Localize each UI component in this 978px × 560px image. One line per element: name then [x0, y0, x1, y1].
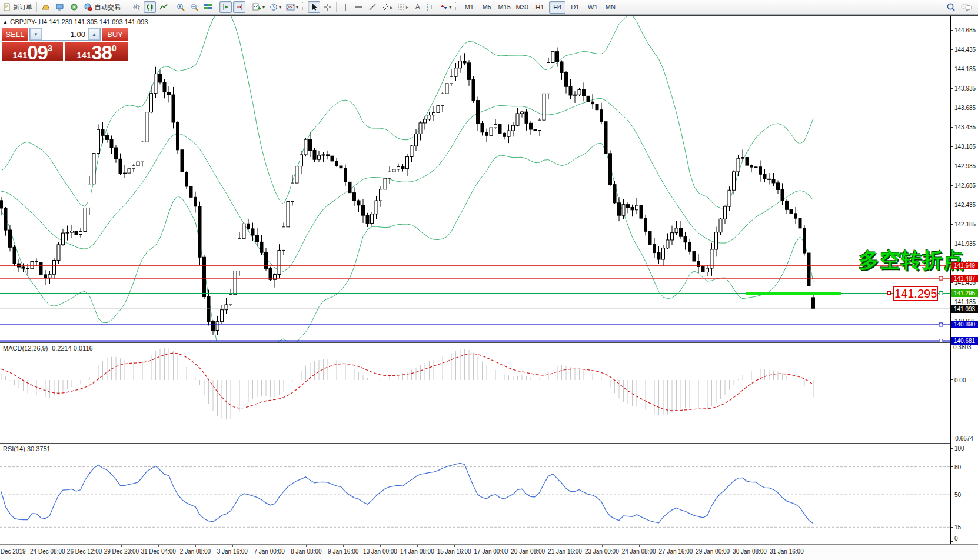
trendline-tool[interactable] — [366, 1, 378, 13]
chart-shift-button[interactable] — [219, 1, 232, 13]
price-axis-tick — [951, 224, 953, 225]
add-indicator-icon — [252, 3, 261, 11]
callout-handle[interactable] — [887, 291, 891, 295]
horizontal-line-icon — [355, 3, 363, 11]
candlestick-chart-button[interactable] — [144, 1, 156, 13]
toolbar-separator — [336, 2, 337, 12]
cursor-button[interactable] — [308, 1, 320, 13]
auto-trading-label: 自动交易 — [95, 3, 121, 12]
fibonacci-tool[interactable]: F — [395, 1, 410, 13]
horizontal-line-tool[interactable] — [352, 1, 365, 13]
price-axis-tick-label: 141.935 — [954, 241, 976, 247]
auto-scroll-icon — [235, 3, 244, 11]
rsi-scale-label: 50 — [954, 492, 961, 498]
text-label-tool[interactable]: T — [425, 1, 437, 13]
bar-chart-icon — [132, 3, 141, 11]
time-axis-tick — [380, 545, 381, 547]
tab-timeframe-d1[interactable]: D1 — [567, 1, 583, 14]
sell-price-sup: 3 — [48, 44, 52, 52]
rsi-scale-label: 100 — [954, 445, 964, 452]
tab-timeframe-w1[interactable]: W1 — [584, 1, 601, 14]
time-axis-tick — [195, 545, 196, 547]
time-axis-label: 30 Jan 08:00 — [733, 548, 767, 555]
macd-indicator-chart[interactable] — [0, 344, 950, 443]
tab-timeframe-m30[interactable]: M30 — [514, 1, 530, 14]
fibo-letter: F — [405, 5, 408, 10]
tab-timeframe-mn[interactable]: MN — [602, 1, 618, 14]
time-axis-label: 2 Jan 08:00 — [180, 548, 211, 555]
chart-text-annotation[interactable]: 多空转折点 — [859, 246, 964, 274]
time-axis-tick — [11, 545, 11, 547]
time-axis[interactable]: 3 Dec 201924 Dec 08:0026 Dec 12:0029 Dec… — [0, 544, 978, 560]
crosshair-button[interactable] — [321, 1, 334, 13]
panel-separator-macd[interactable] — [0, 342, 950, 343]
collapse-triangle-icon[interactable]: ▲ — [3, 19, 8, 25]
price-axis-tick — [951, 49, 953, 50]
symbol-info-text: GBPJPY-,H4 141.239 141.305 141.093 141.0… — [10, 18, 148, 25]
tab-timeframe-m5[interactable]: M5 — [478, 1, 495, 14]
time-axis-label: 9 Jan 16:00 — [328, 548, 358, 555]
tile-windows-button[interactable] — [202, 1, 214, 13]
rsi-indicator-chart[interactable] — [0, 444, 950, 543]
time-axis-tick — [528, 545, 528, 547]
time-axis-label: 27 Jan 16:00 — [658, 548, 693, 555]
broadcast-icon — [69, 3, 79, 11]
gold-button[interactable] — [39, 1, 52, 13]
sell-price-button[interactable]: 141 09 3 — [2, 42, 63, 61]
periods-button[interactable]: ▾ — [268, 1, 283, 13]
time-axis-tick — [343, 545, 344, 547]
price-axis-tick — [951, 185, 953, 186]
main-price-chart[interactable] — [0, 16, 950, 342]
price-badge: 141.093 — [951, 305, 978, 313]
time-axis-label: 17 Jan 00:00 — [474, 548, 508, 555]
volume-input[interactable]: 1.00 — [42, 28, 88, 40]
new-order-button[interactable]: 新订单 — [1, 1, 34, 13]
tab-timeframe-h4[interactable]: H4 — [549, 1, 565, 14]
volume-increase-button[interactable]: ▲ — [88, 28, 100, 40]
buy-price-small: 141 — [76, 51, 91, 59]
rsi-scale-label: 15 — [954, 524, 961, 531]
sell-button[interactable]: SELL — [2, 28, 28, 41]
candles-layer — [0, 48, 815, 335]
tab-timeframe-m1[interactable]: M1 — [461, 1, 477, 14]
vertical-line-tool[interactable] — [339, 1, 351, 13]
volume-decrease-button[interactable]: ▼ — [30, 28, 42, 40]
price-callout-label[interactable]: 141.295 — [893, 286, 938, 301]
price-axis-tick-label: 144.185 — [954, 66, 976, 72]
price-axis-tick-label: 144.685 — [954, 27, 976, 34]
line-handle — [939, 276, 943, 280]
arrows-tool[interactable]: ▾ — [438, 1, 453, 13]
time-axis-label: 13 Jan 00:00 — [363, 548, 397, 555]
text-tool[interactable]: A — [411, 1, 424, 13]
line-chart-button[interactable] — [157, 1, 169, 13]
auto-scroll-button[interactable] — [233, 1, 245, 13]
buy-button[interactable]: BUY — [102, 28, 128, 41]
search-icon — [946, 2, 956, 12]
tab-timeframe-h1[interactable]: H1 — [531, 1, 548, 14]
channel-tool[interactable]: E — [380, 1, 394, 13]
new-order-icon — [3, 3, 11, 11]
equidistant-channel-icon — [381, 3, 389, 11]
toolbar-grip — [125, 2, 128, 12]
zoom-in-button[interactable] — [175, 1, 187, 13]
toolbar-grip — [455, 2, 458, 12]
symbol-info[interactable]: ▲ GBPJPY-,H4 141.239 141.305 141.093 141… — [3, 18, 148, 25]
templates-button[interactable]: ▾ — [284, 1, 300, 13]
buy-price-button[interactable]: 141 38 0 — [65, 42, 128, 61]
zoom-out-button[interactable] — [188, 1, 201, 13]
indicators-button[interactable]: ▾ — [251, 1, 267, 13]
chat-button[interactable] — [959, 1, 974, 13]
sell-price-small: 141 — [12, 51, 27, 59]
panel-separator-rsi[interactable] — [0, 443, 950, 444]
signal-button[interactable] — [68, 1, 81, 13]
toolbar-separator — [172, 2, 172, 12]
time-axis-tick — [565, 545, 565, 547]
time-axis-tick — [713, 545, 713, 547]
tab-timeframe-m15[interactable]: M15 — [496, 1, 513, 14]
search-button[interactable] — [944, 1, 957, 13]
time-axis-tick — [491, 545, 491, 547]
time-axis-label: 7 Jan 00:00 — [254, 548, 284, 555]
auto-trading-button[interactable]: 自动交易 — [82, 1, 122, 13]
bar-chart-button[interactable] — [130, 1, 142, 13]
terminal-button[interactable] — [54, 1, 66, 13]
